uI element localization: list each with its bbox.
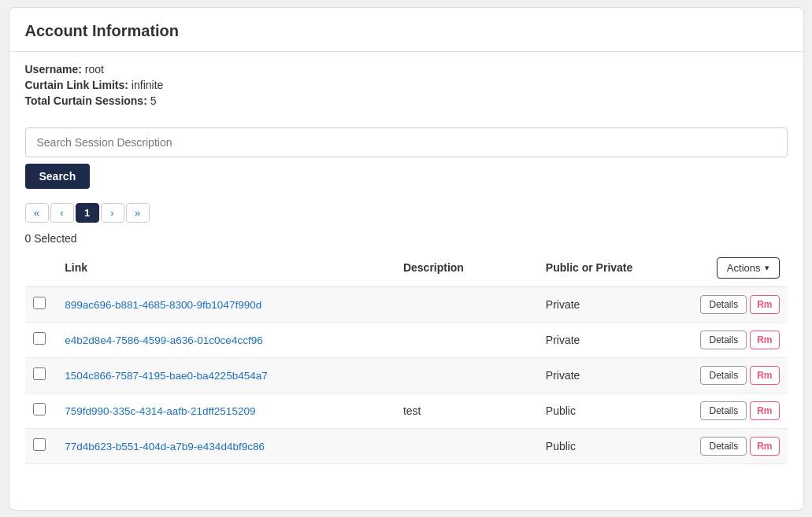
row-actions-cell: Details Rm bbox=[680, 286, 788, 322]
details-button[interactable]: Details bbox=[700, 331, 747, 349]
total-curtain-sessions-value: 5 bbox=[150, 94, 157, 107]
row-actions-cell: Details Rm bbox=[680, 322, 788, 357]
chevron-down-icon: ▾ bbox=[765, 263, 769, 273]
username-label: Username: bbox=[25, 63, 82, 76]
row-link-cell: 1504c866-7587-4195-bae0-ba4225b454a7 bbox=[57, 357, 395, 393]
session-link[interactable]: 77d4b623-b551-404d-a7b9-e434d4bf9c86 bbox=[65, 441, 265, 452]
details-button[interactable]: Details bbox=[700, 437, 747, 456]
username-value: root bbox=[85, 63, 104, 76]
account-info-section: Username: root Curtain Link Limits: infi… bbox=[9, 52, 803, 120]
remove-button[interactable]: Rm bbox=[750, 295, 779, 314]
row-checkbox[interactable] bbox=[33, 297, 46, 309]
table-row: 759fd990-335c-4314-aafb-21dff2515209 tes… bbox=[25, 393, 788, 428]
curtain-link-limits-value: infinite bbox=[132, 79, 163, 91]
remove-button[interactable]: Rm bbox=[750, 366, 779, 385]
row-checkbox[interactable] bbox=[33, 403, 46, 415]
col-header-checkbox bbox=[25, 249, 57, 287]
col-header-visibility: Public or Private bbox=[538, 249, 680, 287]
search-button[interactable]: Search bbox=[25, 164, 91, 189]
col-header-description: Description bbox=[395, 249, 538, 287]
row-actions-cell: Details Rm bbox=[680, 357, 788, 393]
row-checkbox-cell bbox=[25, 428, 57, 463]
row-checkbox-cell bbox=[25, 286, 57, 322]
panel-header: Account Information bbox=[9, 8, 803, 52]
next-page-button[interactable]: › bbox=[101, 203, 124, 223]
session-link[interactable]: 899ac696-b881-4685-8300-9fb1047f990d bbox=[65, 299, 261, 311]
row-visibility-cell: Public bbox=[538, 428, 680, 463]
table-row: 899ac696-b881-4685-8300-9fb1047f990d Pri… bbox=[25, 286, 788, 322]
current-page-button[interactable]: 1 bbox=[76, 203, 99, 223]
session-link[interactable]: e4b2d8e4-7586-4599-a636-01c0ce4ccf96 bbox=[65, 334, 262, 346]
sessions-table-container: Link Description Public or Private Actio… bbox=[9, 249, 803, 464]
col-header-link: Link bbox=[57, 249, 395, 287]
remove-button[interactable]: Rm bbox=[750, 401, 779, 420]
row-link-cell: 77d4b623-b551-404d-a7b9-e434d4bf9c86 bbox=[57, 428, 395, 463]
row-checkbox[interactable] bbox=[33, 367, 46, 380]
pagination: « ‹ 1 › » bbox=[9, 197, 803, 226]
details-button[interactable]: Details bbox=[700, 295, 747, 314]
session-link[interactable]: 759fd990-335c-4314-aafb-21dff2515209 bbox=[65, 405, 255, 417]
table-header-row: Link Description Public or Private Actio… bbox=[25, 249, 788, 287]
actions-button-label: Actions bbox=[727, 262, 761, 274]
row-link-cell: e4b2d8e4-7586-4599-a636-01c0ce4ccf96 bbox=[57, 322, 395, 357]
row-link-cell: 759fd990-335c-4314-aafb-21dff2515209 bbox=[57, 393, 395, 428]
row-link-cell: 899ac696-b881-4685-8300-9fb1047f990d bbox=[57, 286, 395, 322]
row-checkbox[interactable] bbox=[33, 332, 46, 345]
row-description-cell bbox=[395, 357, 538, 393]
total-curtain-sessions-label: Total Curtain Sessions: bbox=[25, 94, 147, 107]
remove-button[interactable]: Rm bbox=[750, 331, 779, 349]
search-area: Search bbox=[9, 120, 803, 197]
main-panel: Account Information Username: root Curta… bbox=[9, 7, 804, 511]
row-actions-cell: Details Rm bbox=[680, 393, 788, 428]
row-visibility-cell: Private bbox=[538, 286, 680, 322]
row-checkbox-cell bbox=[25, 357, 57, 393]
table-row: 1504c866-7587-4195-bae0-ba4225b454a7 Pri… bbox=[25, 357, 788, 393]
actions-dropdown-button[interactable]: Actions ▾ bbox=[717, 257, 780, 279]
row-description-cell bbox=[395, 428, 538, 463]
row-checkbox-cell bbox=[25, 393, 57, 428]
remove-button[interactable]: Rm bbox=[750, 437, 779, 456]
row-visibility-cell: Private bbox=[538, 357, 680, 393]
row-description-cell bbox=[395, 322, 538, 357]
session-link[interactable]: 1504c866-7587-4195-bae0-ba4225b454a7 bbox=[65, 370, 267, 382]
curtain-link-limits-label: Curtain Link Limits: bbox=[25, 79, 128, 91]
last-page-button[interactable]: » bbox=[126, 203, 150, 223]
selected-count: 0 Selected bbox=[9, 226, 803, 249]
row-actions-cell: Details Rm bbox=[680, 428, 788, 463]
username-row: Username: root bbox=[25, 63, 788, 76]
details-button[interactable]: Details bbox=[700, 401, 747, 420]
table-row: 77d4b623-b551-404d-a7b9-e434d4bf9c86 Pub… bbox=[25, 428, 788, 463]
first-page-button[interactable]: « bbox=[25, 203, 49, 223]
search-input[interactable] bbox=[25, 127, 788, 157]
curtain-link-limits-row: Curtain Link Limits: infinite bbox=[25, 79, 788, 91]
row-visibility-cell: Private bbox=[538, 322, 680, 357]
row-description-cell: test bbox=[395, 393, 538, 428]
col-header-actions: Actions ▾ bbox=[680, 249, 788, 287]
table-body: 899ac696-b881-4685-8300-9fb1047f990d Pri… bbox=[25, 286, 788, 463]
row-checkbox-cell bbox=[25, 322, 57, 357]
row-checkbox[interactable] bbox=[33, 438, 46, 451]
panel-title: Account Information bbox=[25, 22, 788, 40]
sessions-table: Link Description Public or Private Actio… bbox=[25, 249, 788, 464]
row-description-cell bbox=[395, 286, 538, 322]
prev-page-button[interactable]: ‹ bbox=[50, 203, 74, 223]
table-row: e4b2d8e4-7586-4599-a636-01c0ce4ccf96 Pri… bbox=[25, 322, 788, 357]
row-visibility-cell: Public bbox=[538, 393, 680, 428]
details-button[interactable]: Details bbox=[700, 366, 747, 385]
total-curtain-sessions-row: Total Curtain Sessions: 5 bbox=[25, 94, 788, 107]
